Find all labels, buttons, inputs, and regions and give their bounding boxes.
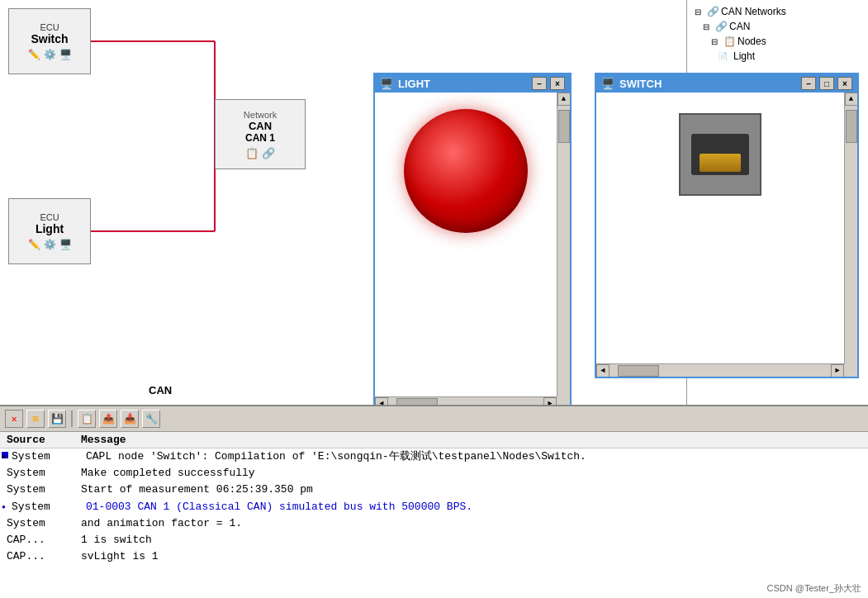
light-scroll-track [558,106,570,396]
log-header: Source Message [0,432,868,448]
network-icon: 🔗 [707,6,719,17]
settings-log-btn[interactable]: 🔧 [142,410,160,428]
switch-window-title: SWITCH [619,78,662,90]
switch-window: 🖥️ SWITCH – □ × ▲ ▼ ◄ [595,73,859,378]
title-left-switch: 🖥️ SWITCH [601,78,662,90]
switch-scroll-right-btn[interactable]: ► [831,364,844,377]
switch-vscrollbar[interactable]: ▲ ▼ [844,93,857,377]
log-msg-5: and animation factor = 1. [81,516,861,531]
network-box[interactable]: Network CAN CAN 1 📋 🔗 [215,99,306,169]
node-icon-light: 🖥️ [59,239,72,250]
network-icons: 📋 🔗 [245,147,275,159]
switch-hscrollbar[interactable]: ◄ ► [596,363,844,377]
switch-scroll-track [846,106,857,363]
toolbar-sep-1 [71,411,73,427]
log-row-7: CAP... svLight is 1 [0,548,868,565]
network-can: CAN [249,120,272,132]
log-msg-6: 1 is switch [81,533,861,548]
node-icon: 🖥️ [59,49,72,60]
switch-body: ▲ ▼ ◄ ► [596,93,857,377]
import-log-btn[interactable]: 📥 [121,410,139,428]
red-light-indicator [404,109,528,233]
switch-scroll-thumb[interactable] [846,110,857,143]
switch-titlebar[interactable]: 🖥️ SWITCH – □ × [596,74,857,93]
tree-item-light[interactable]: 📄 Light [691,49,864,64]
light-window-icon: 🖥️ [380,78,393,90]
switch-slot [691,134,749,175]
copy-log-btn[interactable]: 📋 [78,410,96,428]
can-icon: 🔗 [715,21,728,32]
log-row-1: ● System CAPL node 'Switch': Compilation… [0,448,868,465]
network-icon-link: 🔗 [262,147,275,159]
light-titlebar[interactable]: 🖥️ LIGHT – × [375,74,570,93]
ecu-switch-title: ECU [40,22,59,32]
title-left-light: 🖥️ LIGHT [380,78,430,90]
switch-maximize-btn[interactable]: □ [819,77,834,90]
light-close-btn[interactable]: × [550,77,565,90]
log-panel: ✕ ⊠ 💾 📋 📤 📥 🔧 Source Message ● System CA… [0,405,868,598]
log-source-3: System [7,482,81,497]
can-label: CAN [149,384,172,396]
save-log-btn[interactable]: 💾 [48,410,66,428]
switch-minimize-btn[interactable]: – [801,77,816,90]
clear-log-btn[interactable]: ✕ [5,410,23,428]
tree-expand-icon-can: ⊟ [700,20,713,33]
switch-hscroll-thumb[interactable] [618,365,659,377]
switch-scroll-up-btn[interactable]: ▲ [845,93,858,106]
network-can1: CAN 1 [245,132,275,144]
network-title: Network [244,110,277,120]
log-toolbar: ✕ ⊠ 💾 📋 📤 📥 🔧 [0,406,868,432]
watermark: CSDN @Tester_孙大壮 [767,582,861,595]
log-msg-1: CAPL node 'Switch': Compilation of 'E:\s… [86,449,861,464]
pencil-icon: ✏️ [28,49,40,60]
switch-hscroll-track [609,365,831,377]
log-col-source: Source [7,434,81,446]
network-icon-small: 📋 [245,147,259,159]
log-row-2: System Make completed successfully [0,465,868,482]
gear-icon: ⚙️ [44,49,56,60]
tree-label-light: Light [733,50,755,62]
tree-item-can-networks[interactable]: ⊟ 🔗 CAN Networks [691,4,864,19]
light-minimize-btn[interactable]: – [532,77,547,90]
light-scroll-up-btn[interactable]: ▲ [557,93,571,106]
tree-label-nodes: Nodes [738,36,766,47]
ecu-switch-icons: ✏️ ⚙️ 🖥️ [28,49,72,60]
filter-log-btn[interactable]: ⊠ [26,410,45,428]
tree-expand-icon: ⊟ [691,5,704,18]
log-msg-7: svLight is 1 [81,549,861,564]
pencil-icon-light: ✏️ [28,239,40,250]
light-window-title: LIGHT [398,78,430,90]
switch-scroll-left-btn[interactable]: ◄ [596,364,609,377]
ecu-light-title: ECU [40,212,59,222]
switch-win-controls: – □ × [801,77,852,90]
ecu-light-box[interactable]: ECU Light ✏️ ⚙️ 🖥️ [8,198,91,264]
light-vscrollbar[interactable]: ▲ ▼ [557,93,570,410]
log-msg-2: Make completed successfully [81,466,861,481]
tree-item-nodes[interactable]: ⊟ 📋 Nodes [691,34,864,49]
log-row-6: CAP... 1 is switch [0,532,868,548]
ecu-light-name: Light [36,222,64,235]
log-row-3: System Start of measurement 06:25:39.350… [0,482,868,498]
log-msg-4: 01-0003 CAN 1 (Classical CAN) simulated … [86,500,861,515]
tree-label-can: CAN [729,21,750,32]
switch-key [700,154,741,172]
log-col-message: Message [81,434,861,446]
log-content: ● System CAPL node 'Switch': Compilation… [0,448,868,596]
light-scroll-thumb[interactable] [558,110,570,143]
switch-visual [679,113,761,196]
tree-item-doc-icon: 📄 [716,50,729,63]
gear-icon-light: ⚙️ [44,239,56,250]
light-content [375,93,557,396]
bullet-1: ● [2,452,8,458]
ecu-switch-box[interactable]: ECU Switch ✏️ ⚙️ 🖥️ [8,8,91,74]
switch-content [596,93,844,363]
switch-close-btn[interactable]: × [837,77,852,90]
tree-item-can[interactable]: ⊟ 🔗 CAN [691,19,864,34]
log-source-7: CAP... [7,549,81,564]
export-log-btn[interactable]: 📤 [99,410,117,428]
switch-window-icon: 🖥️ [601,78,614,90]
log-source-1: System [12,449,86,464]
log-source-4: System [12,500,86,515]
bullet-4: ● [2,502,6,511]
tree-expand-icon-nodes: ⊟ [708,35,721,48]
